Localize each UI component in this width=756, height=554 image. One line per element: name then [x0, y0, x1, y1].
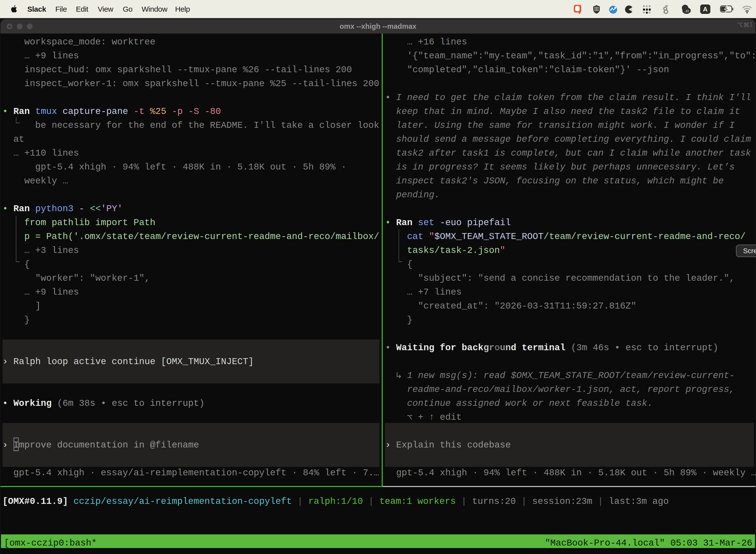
svg-text:..61: ..61 — [684, 9, 689, 13]
